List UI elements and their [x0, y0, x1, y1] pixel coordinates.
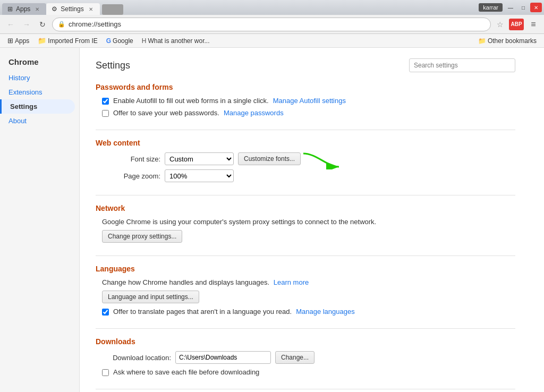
translate-label: Offer to translate pages that aren't in … — [113, 308, 292, 316]
translate-checkbox[interactable] — [102, 309, 109, 316]
sidebar: Chrome History Extensions Settings About — [0, 48, 80, 392]
settings-tab-close[interactable]: ✕ — [87, 5, 95, 13]
page-zoom-select[interactable]: 75%90%100%110%125%150%175%200% — [165, 169, 234, 182]
download-path-input[interactable] — [175, 351, 271, 364]
bookmark-google[interactable]: G Google — [103, 36, 137, 46]
chrome-menu-btn[interactable]: ≡ — [527, 18, 540, 31]
autofill-checkbox[interactable] — [102, 98, 109, 105]
user-label: karrar — [479, 3, 503, 12]
apps-bookmark-icon: ⊞ — [7, 37, 13, 45]
address-text: chrome://settings — [69, 20, 121, 28]
settings-title-row: Settings — [96, 58, 515, 72]
font-size-row: Font size: Very SmallSmallMediumLargeVer… — [102, 152, 515, 165]
section-languages: Languages Change how Chrome handles and … — [96, 265, 515, 316]
extensions-label: Extensions — [8, 88, 42, 96]
learn-more-link[interactable]: Learn more — [274, 278, 309, 286]
what-bookmark-icon: H — [142, 37, 147, 45]
tab-list: ⊞ Apps ✕ ⚙ Settings ✕ — [2, 0, 479, 15]
sidebar-heading: Chrome — [0, 53, 79, 71]
bookmarks-bar: ⊞ Apps 📁 Imported From IE G Google H Wha… — [0, 34, 544, 48]
folder-icon: 📁 — [478, 37, 486, 45]
downloads-section-content: Download location: Change... Ask where t… — [96, 351, 515, 376]
section-downloads: Downloads Download location: Change... A… — [96, 337, 515, 376]
title-bar: ⊞ Apps ✕ ⚙ Settings ✕ karrar — □ ✕ — [0, 0, 544, 15]
save-passwords-label: Offer to save your web passwords. — [113, 109, 219, 117]
green-arrow-annotation — [301, 148, 343, 169]
manage-autofill-link[interactable]: Manage Autofill settings — [273, 97, 346, 105]
apps-tab-label: Apps — [16, 5, 30, 13]
bookmark-imported-ie[interactable]: 📁 Imported From IE — [35, 36, 100, 46]
autofill-label: Enable Autofill to fill out web forms in… — [113, 97, 269, 105]
ask-download-label: Ask where to save each file before downl… — [113, 368, 259, 376]
page-zoom-row: Page zoom: 75%90%100%110%125%150%175%200… — [102, 169, 515, 182]
section-network: Network Google Chrome is using your comp… — [96, 204, 515, 243]
bookmark-what[interactable]: H What is another wor... — [139, 36, 213, 46]
download-change-btn[interactable]: Change... — [275, 351, 314, 364]
save-passwords-checkbox[interactable] — [102, 110, 109, 117]
save-passwords-row: Offer to save your web passwords. Manage… — [102, 109, 515, 117]
network-section-title: Network — [96, 204, 515, 212]
new-tab-btn[interactable] — [102, 4, 123, 15]
change-proxy-btn[interactable]: Change proxy settings... — [102, 230, 182, 243]
maximize-btn[interactable]: □ — [517, 3, 529, 12]
customize-fonts-container: Customize fonts... — [238, 152, 301, 165]
languages-desc: Change how Chrome handles and displays l… — [102, 278, 515, 286]
bookmark-star[interactable]: ☆ — [494, 19, 506, 30]
back-btn[interactable]: ← — [4, 18, 17, 31]
section-web-content: Web content Font size: Very SmallSmallMe… — [96, 139, 515, 182]
sidebar-item-extensions[interactable]: Extensions — [0, 85, 75, 99]
sidebar-item-settings[interactable]: Settings — [0, 99, 75, 114]
about-label: About — [8, 117, 27, 125]
ask-download-checkbox[interactable] — [102, 369, 109, 376]
page-title: Settings — [96, 60, 130, 71]
ask-download-row: Ask where to save each file before downl… — [102, 368, 515, 376]
sidebar-item-history[interactable]: History — [0, 71, 75, 85]
ie-folder-icon: 📁 — [38, 37, 46, 45]
font-size-select[interactable]: Very SmallSmallMediumLargeVery LargeCust… — [165, 152, 234, 165]
translate-row: Offer to translate pages that aren't in … — [102, 308, 515, 316]
reload-btn[interactable]: ↻ — [36, 18, 49, 31]
language-input-settings-btn[interactable]: Language and input settings... — [102, 291, 199, 303]
page-zoom-label: Page zoom: — [102, 172, 160, 180]
bookmark-apps[interactable]: ⊞ Apps — [4, 36, 32, 46]
apps-tab-close[interactable]: ✕ — [33, 5, 41, 13]
other-bookmarks[interactable]: 📁 Other bookmarks — [475, 36, 540, 46]
google-bookmark-label: Google — [113, 37, 133, 45]
customize-fonts-btn[interactable]: Customize fonts... — [238, 152, 301, 165]
forward-btn[interactable]: → — [20, 18, 33, 31]
manage-passwords-link[interactable]: Manage passwords — [224, 109, 284, 117]
adblock-btn[interactable]: ABP — [509, 19, 524, 30]
ie-bookmark-label: Imported From IE — [48, 37, 97, 45]
languages-desc-text: Change how Chrome handles and displays l… — [102, 278, 269, 286]
download-location-row: Download location: Change... — [102, 351, 515, 364]
window-controls: — □ ✕ — [505, 3, 542, 12]
main-layout: Chrome History Extensions Settings About… — [0, 48, 544, 392]
close-btn[interactable]: ✕ — [530, 3, 542, 12]
network-desc: Google Chrome is using your computer's s… — [102, 218, 515, 226]
settings-tab-label: Settings — [61, 5, 83, 13]
apps-bookmark-label: Apps — [15, 37, 29, 45]
passwords-section-content: Enable Autofill to fill out web forms in… — [96, 97, 515, 117]
apps-tab-icon: ⊞ — [7, 5, 13, 13]
google-icon: G — [106, 37, 111, 45]
language-input-btn-row: Language and input settings... — [102, 291, 515, 303]
manage-languages-link[interactable]: Manage languages — [296, 308, 355, 316]
sidebar-item-about[interactable]: About — [0, 114, 75, 128]
tab-settings[interactable]: ⚙ Settings ✕ — [46, 3, 99, 15]
downloads-section-title: Downloads — [96, 337, 515, 346]
passwords-section-title: Passwords and forms — [96, 83, 515, 91]
address-bar[interactable]: 🔒 chrome://settings — [52, 18, 491, 31]
languages-section-title: Languages — [96, 265, 515, 273]
minimize-btn[interactable]: — — [505, 3, 516, 12]
section-passwords: Passwords and forms Enable Autofill to f… — [96, 83, 515, 117]
settings-tab-icon: ⚙ — [52, 5, 57, 13]
search-settings-input[interactable] — [409, 58, 515, 72]
network-section-content: Google Chrome is using your computer's s… — [96, 218, 515, 243]
address-bar-icon: 🔒 — [58, 21, 65, 28]
font-size-label: Font size: — [102, 155, 160, 163]
tab-apps[interactable]: ⊞ Apps ✕ — [2, 3, 46, 15]
autofill-row: Enable Autofill to fill out web forms in… — [102, 97, 515, 105]
web-content-section-content: Font size: Very SmallSmallMediumLargeVer… — [96, 152, 515, 182]
settings-content: Settings Passwords and forms Enable Auto… — [80, 48, 531, 392]
content-wrapper[interactable]: Settings Passwords and forms Enable Auto… — [80, 48, 544, 392]
